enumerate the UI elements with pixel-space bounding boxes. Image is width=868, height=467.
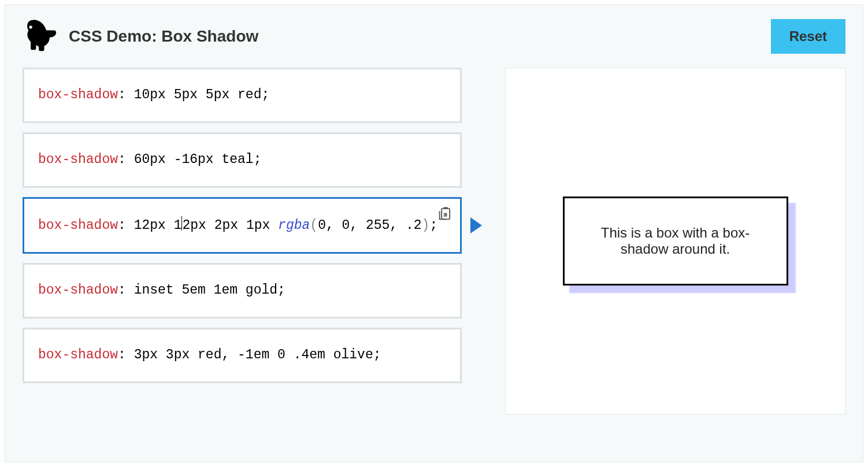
header: CSS Demo: Box Shadow Reset: [23, 17, 845, 56]
example-row: box-shadow: 10px 5px 5px red;: [23, 68, 485, 123]
css-property: box-shadow: [38, 87, 118, 102]
example-item-selected[interactable]: box-shadow: 12px 12px 2px 1px rgba(0, 0,…: [23, 197, 462, 254]
main-content: box-shadow: 10px 5px 5px red; box-shadow…: [23, 68, 845, 414]
example-row: box-shadow: 60px -16px teal;: [23, 132, 485, 188]
css-value: 60px -16px teal: [134, 152, 254, 167]
header-left: CSS Demo: Box Shadow: [23, 17, 258, 56]
example-item[interactable]: box-shadow: 60px -16px teal;: [23, 132, 462, 188]
css-value-part: 2px 2px 1px: [182, 218, 278, 233]
css-property: box-shadow: [38, 347, 118, 362]
mdn-dino-icon: [23, 17, 57, 56]
css-value-part: 12px 1: [134, 218, 182, 233]
css-value: 3px 3px red, -1em 0 .4em olive: [134, 347, 373, 362]
preview-box: This is a box with a box-shadow around i…: [563, 197, 788, 286]
css-property: box-shadow: [38, 152, 118, 167]
arrow-right-icon: [470, 217, 482, 233]
css-value: 10px 5px 5px red: [134, 87, 262, 102]
css-fn: rgba: [278, 218, 310, 233]
example-row: box-shadow: inset 5em 1em gold;: [23, 263, 485, 318]
example-item[interactable]: box-shadow: inset 5em 1em gold;: [23, 263, 462, 318]
css-property: box-shadow: [38, 283, 118, 298]
clipboard-icon[interactable]: [435, 203, 455, 224]
example-row: box-shadow: 12px 12px 2px 1px rgba(0, 0,…: [23, 197, 485, 254]
preview-column: This is a box with a box-shadow around i…: [505, 68, 845, 414]
reset-button[interactable]: Reset: [771, 19, 845, 54]
example-row: box-shadow: 3px 3px red, -1em 0 .4em oli…: [23, 328, 485, 383]
example-item[interactable]: box-shadow: 3px 3px red, -1em 0 .4em oli…: [23, 328, 462, 383]
examples-column: box-shadow: 10px 5px 5px red; box-shadow…: [23, 68, 485, 414]
css-args: 0, 0, 255, .2: [318, 218, 421, 233]
css-property: box-shadow: [38, 218, 118, 233]
demo-container: CSS Demo: Box Shadow Reset box-shadow: 1…: [5, 5, 863, 462]
css-value: inset 5em 1em gold: [134, 283, 277, 298]
example-item[interactable]: box-shadow: 10px 5px 5px red;: [23, 68, 462, 123]
arrow-slot: [468, 217, 485, 233]
page-title: CSS Demo: Box Shadow: [69, 27, 258, 46]
